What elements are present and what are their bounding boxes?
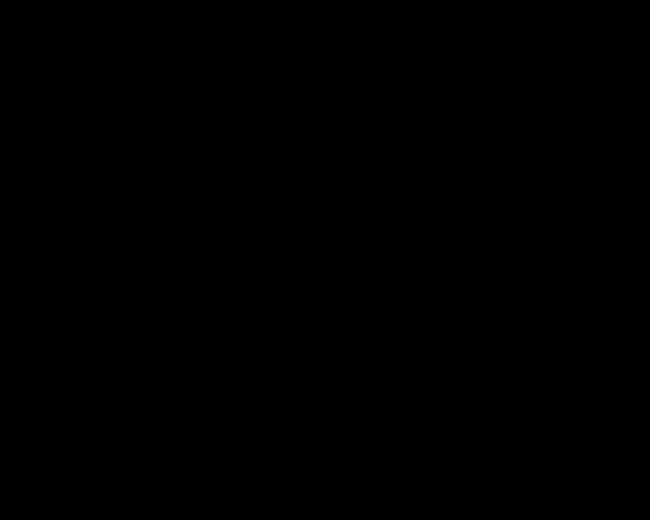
chart-canvas — [0, 0, 650, 520]
ace-rtsw-plot: { "header": { "title": "ACE RTSW[Estimat… — [0, 0, 650, 520]
